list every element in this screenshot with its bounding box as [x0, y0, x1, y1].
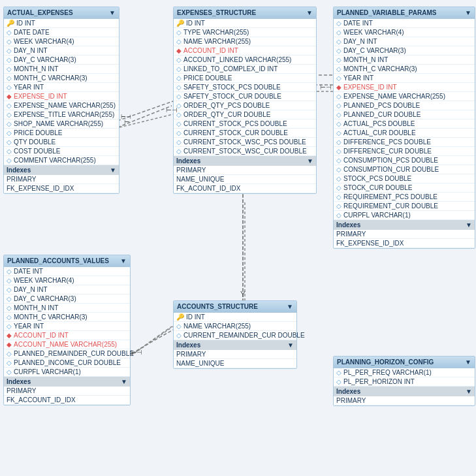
svg-text:⊢⊣: ⊢⊣: [121, 114, 131, 120]
indexes-label: Indexes: [176, 341, 200, 349]
field-row: ◇ ACCOUNT_LINKED VARCHAR(255): [174, 56, 316, 65]
field-row: ◇ CURPFL VARCHAR(1): [4, 368, 130, 377]
field-row: ◇ CONSUMPTION_PCS DOUBLE: [334, 156, 475, 165]
field-icon: ◇: [336, 120, 341, 127]
field-icon: ◇: [176, 29, 182, 36]
field-row: ◇ DAY_C VARCHAR(3): [4, 294, 130, 304]
field-text: STOCK_CUR DOUBLE: [343, 184, 412, 191]
table-accounts-structure[interactable]: ACCOUNTS_STRUCTURE ▼ 🔑 ID INT ◇ NAME VAR…: [173, 300, 297, 369]
field-icon: ◇: [7, 47, 12, 54]
table-planning-horizon-config[interactable]: PLANNING_HORIZON_CONFIG ▼ ◇ PL_PER_FREQ …: [333, 356, 475, 406]
indexes-label: Indexes: [176, 157, 200, 165]
field-icon: ◇: [176, 38, 182, 45]
table-actual-expenses[interactable]: ACTUAL_EXPENSES ▼ 🔑 ID INT ◇ DATE DATE ◇…: [3, 7, 119, 194]
field-text: QTY DOUBLE: [14, 138, 56, 146]
field-row: ◇ DAY_N INT: [4, 285, 130, 294]
field-icon: ◇: [7, 29, 12, 36]
field-row: ◇ STOCK_CUR DOUBLE: [334, 183, 475, 193]
index-row: PRIMARY: [174, 166, 316, 175]
field-row: ◇ PRICE DOUBLE: [174, 74, 316, 83]
field-text: PLANNED_CUR DOUBLE: [343, 111, 420, 118]
field-icon: ◇: [7, 102, 12, 109]
field-row: ◇ YEAR INT: [4, 322, 130, 331]
index-row: FK_EXPENSE_ID_IDX: [334, 239, 475, 248]
field-row: ◇ CURRENT_REMAINDER_CUR DOUBLE: [174, 331, 296, 340]
field-icon: ◇: [7, 368, 12, 375]
field-text: EXPENSE_ID INT: [14, 93, 67, 100]
field-text: DIFFERENCE_PCS DOUBLE: [343, 138, 431, 146]
field-text: EXPENSE_NAME VARCHAR(255): [14, 102, 116, 109]
field-text: MONTH_C VARCHAR(3): [14, 74, 87, 82]
table-header-expenses-structure[interactable]: EXPENSES_STRUCTURE ▼: [174, 7, 316, 19]
field-row: ◇ NAME VARCHAR(255): [174, 322, 296, 331]
field-text: DAY_C VARCHAR(3): [343, 47, 406, 54]
field-icon: ◇: [7, 313, 12, 321]
field-icon: ◇: [336, 29, 341, 36]
field-icon: ◇: [7, 277, 12, 284]
fk-icon: ◆: [7, 93, 12, 100]
field-icon: ◇: [336, 193, 341, 200]
field-row: ◇ CONSUMPTION_CUR DOUBLE: [334, 165, 475, 174]
field-text: COST DOUBLE: [14, 148, 61, 155]
field-text: PLANNED_REMAINDER_CUR DOUBLE: [14, 350, 134, 357]
field-row: ◇ CURRENT_STOCK_CUR DOUBLE: [174, 129, 316, 138]
field-text: ORDER_QTY_CUR DOUBLE: [183, 111, 270, 118]
field-text: PL_PER_FREQ VARCHAR(1): [343, 369, 432, 376]
indexes-section: Indexes ▼: [334, 220, 475, 230]
index-row: NAME_UNIQUE: [174, 175, 316, 184]
field-icon: ◇: [7, 157, 12, 164]
table-header-accounts-structure[interactable]: ACCOUNTS_STRUCTURE ▼: [174, 301, 296, 313]
index-row: PRIMARY: [334, 396, 475, 405]
dropdown-icon-actual-expenses: ▼: [109, 9, 116, 16]
field-text: PRICE DOUBLE: [183, 74, 232, 82]
table-header-planning-horizon-config[interactable]: PLANNING_HORIZON_CONFIG ▼: [334, 357, 475, 368]
indexes-label: Indexes: [7, 378, 31, 385]
table-header-planned-accounts-values[interactable]: PLANNED_ACCOUNTS_VALUES ▼: [4, 255, 130, 267]
field-text: MONTH_C VARCHAR(3): [14, 313, 87, 321]
indexes-label: Indexes: [336, 221, 360, 229]
index-row: FK_ACCOUNT_ID_IDX: [4, 396, 130, 405]
field-row: ◇ CURRENT_STOCK_WSC_CUR DOUBLE: [174, 147, 316, 156]
field-row: ◇ STOCK_PCS DOUBLE: [334, 174, 475, 183]
table-planned-variable-params[interactable]: PLANNED_VARIABLE_PARAMS ▼ ◇ DATE INT ◇ W…: [333, 7, 475, 249]
table-planned-accounts-values[interactable]: PLANNED_ACCOUNTS_VALUES ▼ ◇ DATE INT ◇ W…: [3, 255, 131, 405]
field-text: YEAR INT: [343, 74, 373, 82]
field-icon: ◇: [336, 47, 341, 54]
table-header-actual-expenses[interactable]: ACTUAL_EXPENSES ▼: [4, 7, 119, 19]
svg-text:⊢: ⊢: [124, 118, 130, 125]
field-icon: ◇: [7, 304, 12, 311]
field-text: REQUIREMENT_PCS DOUBLE: [343, 193, 437, 200]
field-icon: ◇: [7, 129, 12, 136]
svg-line-5: [119, 114, 173, 127]
pk-icon: 🔑: [7, 20, 14, 27]
field-text: DAY_C VARCHAR(3): [14, 295, 76, 302]
indexes-section: Indexes ▼: [174, 340, 296, 350]
field-row: ◇ WEEK VARCHAR(4): [334, 28, 475, 37]
field-text: ID INT: [16, 20, 35, 27]
field-row: ◇ PL_PER_FREQ VARCHAR(1): [334, 368, 475, 377]
field-row: 🔑 ID INT: [4, 19, 119, 28]
indexes-label: Indexes: [7, 167, 31, 174]
field-text: ACCOUNT_ID INT: [14, 332, 69, 339]
svg-line-0: [118, 101, 173, 121]
field-row: ◇ NAME VARCHAR(255): [174, 37, 316, 46]
field-row: ◇ YEAR INT: [334, 74, 475, 83]
field-row: ◇ DAY_C VARCHAR(3): [4, 56, 119, 65]
field-row: ◇ CURRENT_STOCK_WSC_PCS DOUBLE: [174, 138, 316, 147]
field-icon: ◇: [7, 38, 12, 45]
field-row: ◇ DIFFERENCE_PCS DOUBLE: [334, 138, 475, 147]
field-row: ◆ ACCOUNT_NAME VARCHAR(255): [4, 340, 130, 349]
field-icon: ◇: [7, 120, 12, 127]
index-row: NAME_UNIQUE: [174, 359, 296, 368]
field-icon: ◇: [7, 148, 12, 155]
index-row: FK_ACOUNT_ID_IDX: [174, 184, 316, 193]
field-row: ◇ COST DOUBLE: [4, 147, 119, 156]
field-row: ◇ EXPENSE_NAME VARCHAR(255): [334, 92, 475, 101]
table-header-planned-variable-params[interactable]: PLANNED_VARIABLE_PARAMS ▼: [334, 7, 475, 19]
field-text: PRICE DOUBLE: [14, 129, 62, 136]
table-expenses-structure[interactable]: EXPENSES_STRUCTURE ▼ 🔑 ID INT ◇ TYPE VAR…: [173, 7, 317, 194]
pk-icon: 🔑: [176, 20, 184, 27]
field-icon: ◇: [7, 56, 12, 63]
field-icon: ◇: [176, 323, 182, 330]
svg-line-4: [127, 330, 173, 356]
